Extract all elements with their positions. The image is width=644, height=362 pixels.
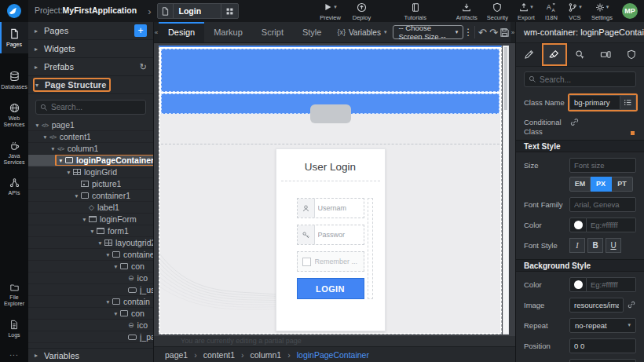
tree-item[interactable]: ▾con (28, 261, 153, 272)
tree-item[interactable]: ▾layoutgrid2 (28, 237, 153, 249)
tree-item[interactable]: ▾con (28, 308, 153, 320)
redo-icon[interactable]: ↷ (488, 22, 499, 42)
chevron-down-icon[interactable]: ▾ (112, 310, 120, 317)
tree-item[interactable]: ▾column1 (28, 143, 153, 155)
canvas-scrollbar[interactable] (503, 46, 509, 335)
chevron-down-icon[interactable]: ▾ (41, 133, 49, 141)
vcs-button[interactable]: ▾ VCS (563, 0, 587, 23)
tab-style[interactable]: Style (293, 22, 331, 42)
login-button[interactable]: LOGIN (297, 278, 364, 299)
tab-design[interactable]: Design (159, 22, 204, 42)
breadcrumb-content1[interactable]: content1 (203, 350, 251, 360)
screen-size-select[interactable]: -- Choose Screen Size -- ▾ (393, 25, 463, 39)
username-input[interactable] (315, 199, 364, 218)
sidebar-item-java-services[interactable]: Java Services (0, 134, 28, 172)
tutorials-button[interactable]: Tutorials (399, 0, 430, 23)
settings-button[interactable]: ▾ Settings (587, 0, 617, 23)
property-search-input[interactable] (540, 75, 631, 84)
chevron-down-icon[interactable]: ▾ (104, 298, 112, 305)
tree-item[interactable]: picture1 (28, 178, 153, 190)
unit-px-button[interactable]: PX (591, 177, 612, 192)
artifacts-button[interactable]: Artifacts (452, 0, 482, 23)
username-field[interactable] (297, 198, 364, 218)
more-menu-icon[interactable]: ⋮ (463, 22, 473, 42)
refresh-icon[interactable]: ↻ (140, 62, 147, 72)
save-icon[interactable] (499, 22, 510, 42)
chevron-down-icon[interactable]: ▾ (49, 145, 57, 152)
sidebar-item-apis[interactable]: APIs (0, 171, 28, 202)
tree-item[interactable]: ▾container (28, 249, 153, 261)
tree-item-selected[interactable]: ▾ loginPageContainer (28, 155, 153, 166)
class-name-input[interactable] (569, 95, 620, 110)
structure-search[interactable] (35, 100, 146, 115)
section-widgets[interactable]: ▸ Widgets (28, 40, 153, 58)
breadcrumb-column1[interactable]: column1 (251, 350, 297, 360)
tree-item[interactable]: ▾contain (28, 296, 153, 308)
chevron-down-icon[interactable]: ▾ (112, 263, 120, 270)
color-swatch[interactable] (569, 218, 587, 232)
bold-button[interactable]: B (587, 238, 603, 253)
grid-icon[interactable] (221, 4, 238, 18)
login-form-widget[interactable]: Remember ... LOGIN (297, 198, 364, 299)
tree-item[interactable]: ▾form1 (28, 225, 153, 237)
tab-script[interactable]: Script (252, 22, 293, 42)
login-card-title[interactable]: User Login (276, 161, 385, 173)
bg-color-input[interactable] (587, 277, 636, 292)
sidebar-item-file-explorer[interactable]: File Explorer (0, 276, 28, 313)
class-list-icon[interactable] (620, 95, 636, 110)
export-button[interactable]: ▾ Export (513, 0, 540, 23)
tree-item[interactable]: ▾page1 (28, 119, 153, 131)
scrollbar-thumb[interactable] (504, 47, 507, 110)
bg-position-input[interactable] (569, 338, 636, 353)
section-variables[interactable]: ▸ Variables (28, 348, 153, 362)
page-tab-login[interactable]: Login (157, 3, 239, 19)
chevron-down-icon[interactable]: ▾ (80, 216, 89, 223)
link-icon[interactable] (627, 300, 636, 309)
bg-size-input[interactable] (569, 359, 636, 362)
chevron-down-icon[interactable]: ▾ (88, 228, 97, 235)
variables-button[interactable]: {x} Variables ▾ (331, 22, 393, 42)
avatar[interactable]: MP (622, 3, 638, 19)
chevron-down-icon[interactable]: ▾ (96, 240, 104, 247)
search-input[interactable] (51, 103, 141, 112)
password-input[interactable] (315, 225, 364, 244)
tab-security[interactable] (618, 43, 644, 66)
remember-checkbox[interactable] (302, 258, 311, 266)
font-family-input[interactable] (569, 197, 636, 212)
more-icon[interactable]: ... (0, 344, 28, 362)
sidebar-item-databases[interactable]: Databases (0, 64, 28, 96)
color-swatch[interactable] (569, 277, 587, 292)
tree-item[interactable]: j_pa (28, 331, 153, 343)
chevron-down-icon[interactable]: ▾ (104, 251, 112, 258)
sidebar-item-pages[interactable]: Pages (0, 22, 28, 53)
chevron-down-icon[interactable]: ▾ (57, 157, 65, 164)
breadcrumb-loginPageContainer[interactable]: loginPageContainer (297, 350, 369, 360)
bg-repeat-select[interactable]: no-repeat ▾ (569, 318, 636, 333)
header-band-top[interactable] (161, 49, 499, 92)
i18n-button[interactable]: AA I18N (540, 0, 563, 23)
breadcrumb-page1[interactable]: page1 (165, 350, 203, 360)
section-page-structure[interactable]: ▾ Page Structure (28, 76, 153, 94)
security-button[interactable]: Security (482, 0, 513, 23)
text-color-input[interactable] (587, 218, 636, 232)
section-pages[interactable]: ▸ Pages + (28, 22, 153, 40)
tree-item[interactable]: label1 (28, 202, 153, 214)
preview-button[interactable]: ▾ Preview (314, 0, 346, 23)
unit-pt-button[interactable]: PT (612, 177, 633, 192)
tree-item[interactable]: ▾container1 (28, 190, 153, 202)
tab-events[interactable] (567, 43, 593, 66)
logo-placeholder[interactable] (310, 104, 351, 123)
deploy-button[interactable]: Deploy (346, 0, 377, 23)
undo-icon[interactable]: ↶ (477, 22, 488, 42)
tree-item[interactable]: ▾loginForm (28, 214, 153, 225)
sidebar-item-logs[interactable]: Logs (0, 313, 28, 344)
italic-button[interactable]: I (569, 238, 585, 253)
underline-button[interactable]: U (606, 238, 621, 253)
sidebar-item-web-services[interactable]: Web Services (0, 97, 28, 134)
chevron-down-icon[interactable]: ▾ (72, 192, 81, 199)
add-page-button[interactable]: + (134, 24, 147, 37)
login-page-container-widget[interactable]: User Login (159, 46, 502, 335)
tree-item[interactable]: ico (28, 272, 153, 284)
bg-image-input[interactable] (569, 298, 624, 313)
section-prefabs[interactable]: ▸ Prefabs ↻ (28, 58, 153, 76)
